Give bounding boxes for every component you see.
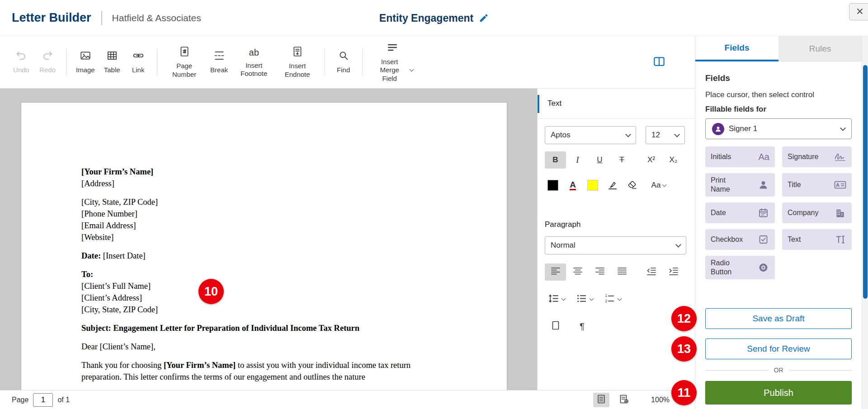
vertical-scrollbar[interactable] — [862, 36, 868, 409]
page-number-input[interactable] — [33, 393, 53, 407]
table-label: Table — [104, 66, 120, 74]
align-right-button[interactable] — [589, 263, 610, 281]
split-view-button[interactable] — [652, 55, 666, 70]
insert-endnote-button[interactable]: Insert Endnote — [276, 44, 319, 80]
font-family-select[interactable]: Aptos — [545, 126, 636, 144]
highlighter-button[interactable] — [604, 177, 621, 194]
field-buttons-grid: Initials Aa Signature Print Name Title D… — [705, 146, 852, 279]
image-label: Image — [76, 66, 95, 74]
insert-link-button[interactable]: Link — [125, 48, 151, 76]
insert-image-button[interactable]: Image — [72, 48, 99, 76]
blank-page-icon — [550, 320, 561, 333]
formatting-marks-button[interactable]: ¶ — [571, 318, 593, 335]
doc-city-state-zip: [City, State, ZIP Code] — [81, 196, 439, 208]
font-color-button[interactable]: A — [565, 177, 581, 194]
table-icon — [106, 50, 118, 63]
svg-text:2: 2 — [605, 299, 608, 303]
save-as-draft-button[interactable]: Save as Draft — [705, 308, 852, 329]
checkbox-icon — [757, 234, 769, 245]
italic-button[interactable]: I — [567, 151, 588, 169]
font-color-swatch-button[interactable] — [545, 177, 561, 194]
insert-table-button[interactable]: Table — [99, 48, 125, 76]
bullet-list-button[interactable] — [573, 291, 596, 308]
field-button-signature[interactable]: Signature — [782, 146, 852, 167]
highlight-color-swatch-button[interactable] — [585, 177, 601, 194]
find-button[interactable]: Find — [330, 48, 357, 76]
footnote-icon: ab — [249, 47, 259, 58]
line-spacing-button[interactable] — [545, 291, 568, 308]
format-panel: Text Aptos 12 B — [537, 89, 695, 390]
page-count-label: of 1 — [57, 396, 70, 404]
change-case-icon: Aa — [651, 181, 661, 190]
fields-instruction: Place cursor, then select control — [705, 90, 852, 99]
main-row: Undo Redo Image Table Link Page — [0, 36, 868, 409]
insert-footnote-button[interactable]: ab Insert Footnote — [232, 45, 276, 80]
page-number-button[interactable]: Page Number — [163, 44, 206, 80]
align-justify-button[interactable] — [611, 263, 632, 281]
chevron-down-icon — [674, 132, 680, 137]
doc-client-city: [City, State, ZIP Code] — [81, 304, 439, 315]
field-button-initials[interactable]: Initials Aa — [705, 146, 775, 167]
strikethrough-button[interactable]: T — [611, 151, 632, 169]
doc-salutation: Dear [Client’s Name], — [81, 341, 439, 353]
align-left-button[interactable] — [545, 263, 566, 281]
bold-button[interactable]: B — [545, 151, 566, 169]
chevron-down-icon — [561, 296, 566, 301]
text-section-tab[interactable]: Text — [547, 99, 561, 108]
svg-text:1: 1 — [605, 293, 608, 298]
field-button-title[interactable]: Title — [782, 173, 852, 197]
align-left-icon — [550, 266, 561, 279]
chevron-down-icon — [625, 132, 631, 137]
align-center-button[interactable] — [567, 263, 588, 281]
numbered-list-button[interactable]: 12 — [601, 291, 624, 308]
break-button[interactable]: Break — [206, 48, 232, 76]
page-options-button[interactable] — [545, 318, 566, 335]
scrollbar-thumb[interactable] — [863, 65, 868, 299]
field-button-print-name[interactable]: Print Name — [705, 173, 775, 197]
page-view-button[interactable] — [593, 393, 609, 407]
signature-icon — [834, 151, 846, 162]
clear-formatting-button[interactable] — [624, 177, 641, 194]
tab-rules[interactable]: Rules — [778, 36, 862, 61]
field-button-radio[interactable]: Radio Button — [705, 256, 775, 279]
redo-label: Redo — [39, 66, 56, 74]
font-size-select[interactable]: 12 — [646, 126, 685, 144]
page-layout-button[interactable] — [616, 393, 632, 407]
superscript-button[interactable]: X² — [641, 151, 662, 169]
field-button-text[interactable]: Text — [782, 229, 852, 250]
close-icon — [854, 6, 865, 18]
field-button-date[interactable]: Date — [705, 202, 775, 223]
send-for-review-button[interactable]: Send for Review — [705, 338, 852, 359]
align-justify-icon — [617, 266, 627, 279]
underline-button[interactable]: U — [589, 151, 610, 169]
subscript-button[interactable]: X₂ — [663, 151, 684, 169]
find-label: Find — [337, 66, 350, 74]
edit-title-pencil-icon[interactable] — [479, 13, 489, 23]
undo-label: Undo — [13, 66, 29, 74]
doc-subject-line: Subject: Engagement Letter for Preparati… — [81, 322, 439, 334]
document-page[interactable]: [Your Firm’s Name] [Address] [City, Stat… — [21, 102, 507, 390]
annotation-badge-10: 10 — [198, 279, 224, 304]
undo-button[interactable]: Undo — [8, 48, 34, 76]
insert-merge-field-button[interactable]: Insert Merge Field — [368, 40, 417, 85]
close-button[interactable] — [849, 3, 868, 20]
chevron-down-icon — [590, 296, 594, 301]
increase-indent-button[interactable] — [663, 263, 684, 281]
link-label: Link — [132, 66, 145, 74]
field-button-company[interactable]: Company — [782, 202, 852, 223]
field-button-checkbox[interactable]: Checkbox — [705, 229, 775, 250]
chevron-down-icon — [840, 125, 846, 131]
change-case-button[interactable]: Aa — [651, 177, 667, 194]
or-label: OR — [774, 367, 783, 374]
paragraph-style-select[interactable]: Normal — [545, 236, 686, 254]
doc-body-paragraph: Thank you for choosing [Your Firm’s Name… — [81, 359, 439, 383]
pilcrow-icon: ¶ — [580, 321, 585, 332]
redo-button[interactable]: Redo — [34, 48, 61, 76]
decrease-indent-button[interactable] — [641, 263, 662, 281]
signer-select[interactable]: Signer 1 — [705, 118, 852, 139]
tab-fields[interactable]: Fields — [695, 36, 778, 61]
toolbar-divider — [157, 48, 157, 76]
signer-avatar-icon — [712, 123, 724, 135]
publish-button[interactable]: Publish — [705, 381, 852, 404]
bullet-list-icon — [576, 293, 587, 306]
